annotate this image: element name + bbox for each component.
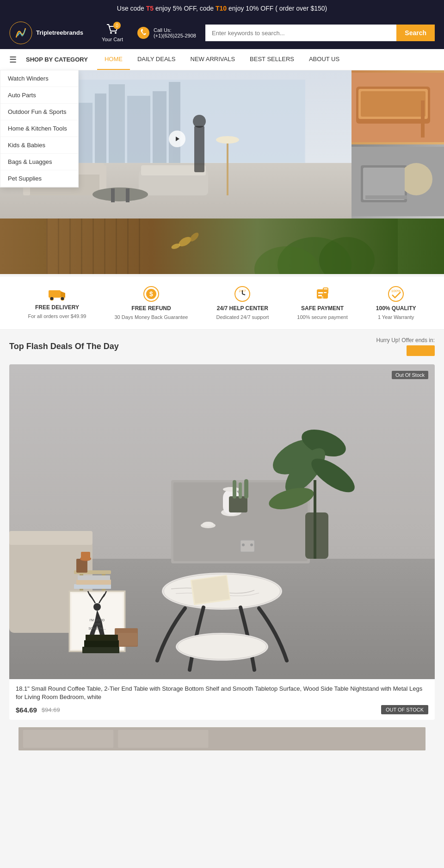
svg-rect-89: [239, 482, 242, 499]
svg-text:$: $: [321, 295, 324, 300]
svg-rect-26: [227, 140, 228, 195]
hero-play-button[interactable]: [169, 131, 185, 147]
product-price: $64.69: [16, 706, 37, 714]
svg-point-117: [93, 603, 101, 611]
feature-support-title: 24/7 HELP CENTER: [217, 305, 268, 312]
product-image-svg: I'M GOOD FOR SOMETHI...: [9, 364, 435, 679]
svg-rect-97: [314, 480, 316, 559]
svg-rect-45: [81, 219, 82, 274]
feature-payment: $ SAFE PAYMENT 100% secure payment: [297, 286, 347, 320]
svg-rect-50: [139, 219, 140, 274]
category-watch-winders[interactable]: Watch Winders: [0, 70, 78, 87]
nav-about-us[interactable]: ABOUT US: [302, 49, 347, 70]
search-input[interactable]: [205, 25, 396, 41]
svg-rect-122: [117, 633, 137, 646]
phone-area: Call Us: (+1)(626)225-2908: [137, 26, 196, 39]
banner-code-t10: T10: [216, 5, 227, 12]
category-kids-babies[interactable]: Kids & Babies: [0, 137, 78, 154]
svg-rect-49: [127, 219, 129, 274]
svg-point-3: [137, 27, 149, 39]
svg-rect-35: [421, 100, 425, 137]
feature-payment-desc: 100% secure payment: [297, 314, 347, 320]
svg-point-2: [115, 32, 117, 34]
refund-icon: $: [143, 286, 160, 302]
feature-delivery-desc: For all orders over $49.99: [28, 313, 86, 319]
logo-area[interactable]: Tripletreebrands: [9, 21, 83, 44]
feature-refund-title: FREE REFUND: [131, 305, 171, 312]
delivery-icon: [48, 287, 66, 301]
nav-daily-deals[interactable]: DAILY DEALS: [130, 49, 183, 70]
svg-rect-108: [78, 575, 110, 580]
svg-rect-28: [194, 126, 204, 172]
quality-icon: 100%: [388, 286, 404, 302]
svg-text:I'M GOOD: I'M GOOD: [90, 618, 105, 622]
top-banner: Use code T5 enjoy 5% OFF, code T10 enjoy…: [0, 0, 444, 17]
product-info: 18.1" Small Round Coffee Table, 2-Tier E…: [9, 679, 435, 720]
svg-point-80: [242, 543, 245, 546]
svg-point-23: [92, 187, 148, 201]
support-icon: 24/7: [234, 286, 251, 302]
header: Tripletreebrands 0 Your Cart Call Us: (+…: [0, 17, 444, 49]
product-price-row: $64.69 $94.69 OUT OF STOCK: [16, 705, 428, 714]
svg-rect-46: [92, 219, 94, 274]
svg-rect-34: [361, 91, 426, 117]
svg-rect-57: [49, 290, 61, 298]
category-auto-parts[interactable]: Auto Parts: [0, 87, 78, 104]
svg-rect-123: [82, 647, 119, 653]
svg-text:FOR: FOR: [94, 623, 101, 626]
menu-icon[interactable]: ☰: [9, 55, 17, 65]
svg-text:SOMETHI...: SOMETHI...: [88, 627, 106, 630]
hero-side-top: [352, 70, 444, 144]
search-button[interactable]: Search: [396, 25, 435, 41]
svg-rect-125: [86, 635, 118, 641]
nav-best-sellers[interactable]: BEST SELLERS: [242, 49, 302, 70]
phone-call-label: Call Us:: [154, 27, 196, 33]
svg-point-114: [178, 634, 266, 659]
svg-marker-30: [176, 137, 179, 141]
svg-rect-12: [95, 94, 106, 163]
logo-icon: [9, 21, 32, 44]
nav-bar: ☰ SHOP BY CATEGORY HOME DAILY DEALS NEW …: [0, 49, 444, 70]
svg-rect-105: [81, 552, 90, 560]
bottom-product-strip: [18, 727, 426, 750]
phone-number: (+1)(626)225-2908: [154, 33, 196, 38]
banner-text-prefix: Use code: [117, 5, 146, 12]
svg-rect-90: [244, 479, 248, 499]
svg-rect-86: [203, 522, 214, 526]
shop-by-category-button[interactable]: SHOP BY CATEGORY: [21, 50, 92, 69]
countdown-bar: [407, 345, 435, 356]
cart-button[interactable]: 0 Your Cart: [102, 24, 123, 42]
svg-rect-47: [104, 219, 105, 274]
svg-point-29: [193, 115, 206, 128]
svg-point-27: [216, 136, 239, 144]
out-of-stock-button[interactable]: OUT OF STOCK: [381, 705, 428, 714]
flash-deals-header: Top Flash Deals Of The Day Hurry Up! Off…: [0, 330, 444, 360]
feature-payment-title: SAFE PAYMENT: [301, 305, 344, 312]
product-image-wrap: I'M GOOD FOR SOMETHI...: [9, 364, 435, 679]
svg-rect-8: [173, 81, 304, 162]
svg-point-38: [400, 163, 432, 195]
category-home-kitchen[interactable]: Home & Kitchen Tools: [0, 120, 78, 137]
category-bags[interactable]: Bags & Luagges: [0, 154, 78, 170]
feature-support-desc: Dedicated 24/7 support: [216, 314, 269, 320]
svg-rect-107: [76, 580, 111, 585]
cart-label: Your Cart: [102, 37, 123, 42]
svg-rect-40: [365, 195, 407, 199]
nav-home[interactable]: HOME: [97, 49, 130, 70]
feature-delivery-title: FREE DELIVERY: [35, 304, 79, 311]
nav-new-arrivals[interactable]: NEW ARRIVALS: [183, 49, 243, 70]
hero-bottom-image: [0, 219, 444, 274]
hurry-text: Hurry Up! Offer ends in:: [376, 337, 435, 343]
banner-text-end: enjoy 10% OFF ( order over $150): [228, 5, 327, 12]
banner-text-mid1: enjoy 5% OFF, code: [155, 5, 216, 12]
hero-side-top-img: [352, 70, 444, 144]
svg-rect-42: [46, 219, 48, 274]
category-pet-supplies[interactable]: Pet Supplies: [0, 170, 78, 187]
svg-rect-124: [84, 640, 119, 647]
product-card-1: Out Of Stock: [9, 364, 435, 720]
category-outdoor[interactable]: Outdoor Fun & Sports: [0, 104, 78, 120]
product-title: 18.1" Small Round Coffee Table, 2-Tier E…: [16, 685, 428, 701]
svg-rect-14: [127, 96, 150, 163]
search-area: Search: [205, 25, 435, 41]
hero-side-bottom: [352, 144, 444, 219]
